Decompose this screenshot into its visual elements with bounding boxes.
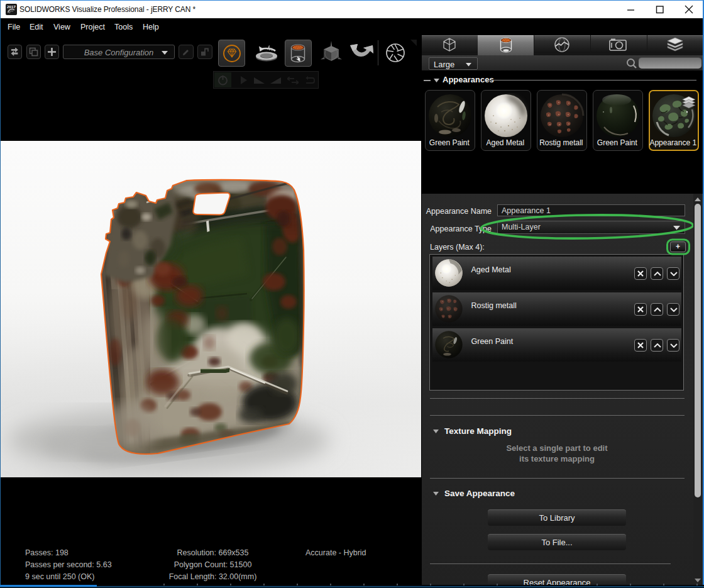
svg-text:2017: 2017 [7,4,16,9]
